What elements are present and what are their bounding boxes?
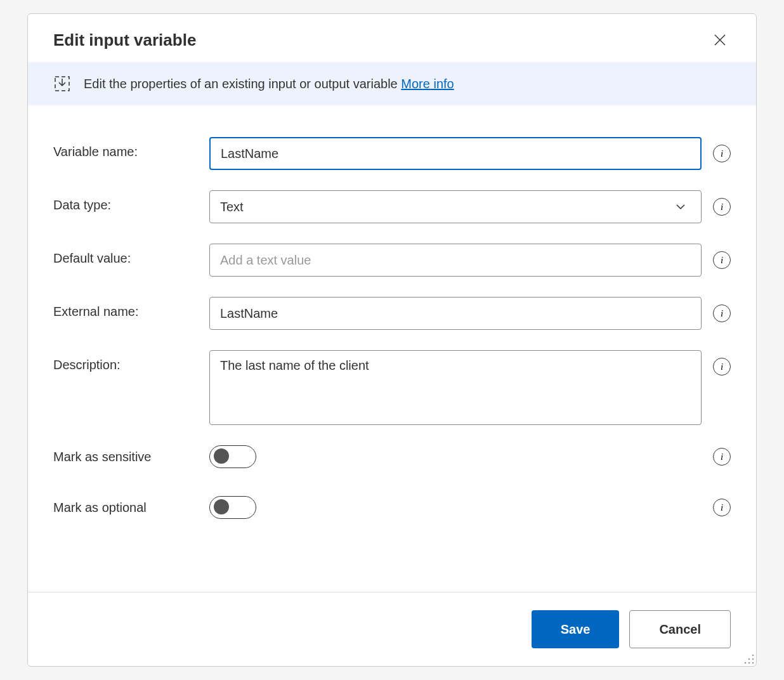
info-description[interactable]: i — [713, 358, 731, 376]
info-default-value[interactable]: i — [713, 251, 731, 269]
output-variable-icon — [53, 75, 71, 93]
description-textarea[interactable]: The last name of the client — [209, 350, 702, 425]
mark-optional-toggle[interactable] — [209, 496, 256, 519]
row-mark-sensitive: Mark as sensitive i — [53, 445, 731, 468]
svg-point-7 — [752, 662, 754, 664]
info-mark-sensitive[interactable]: i — [713, 448, 731, 466]
row-variable-name: Variable name: i — [53, 137, 731, 170]
svg-point-4 — [752, 655, 754, 657]
row-description: Description: The last name of the client… — [53, 350, 731, 425]
form-body: Variable name: i Data type: Text — [28, 105, 756, 592]
info-icon: i — [713, 304, 731, 322]
info-icon: i — [713, 251, 731, 269]
info-banner: Edit the properties of an existing input… — [28, 62, 756, 105]
info-data-type[interactable]: i — [713, 198, 731, 216]
close-icon — [713, 33, 727, 47]
row-default-value: Default value: i — [53, 244, 731, 277]
row-data-type: Data type: Text i — [53, 190, 731, 223]
variable-name-input[interactable] — [209, 137, 702, 170]
label-default-value: Default value: — [53, 244, 209, 266]
dialog-header: Edit input variable — [28, 14, 756, 62]
svg-point-9 — [745, 662, 747, 664]
label-external-name: External name: — [53, 297, 209, 319]
data-type-select[interactable]: Text — [209, 190, 702, 223]
more-info-link[interactable]: More info — [401, 77, 454, 91]
save-button[interactable]: Save — [532, 610, 620, 648]
info-external-name[interactable]: i — [713, 304, 731, 322]
cancel-button[interactable]: Cancel — [629, 610, 731, 648]
info-mark-optional[interactable]: i — [713, 499, 731, 516]
data-type-value: Text — [220, 200, 244, 214]
info-icon: i — [713, 198, 731, 216]
info-variable-name[interactable]: i — [713, 145, 731, 162]
label-mark-optional: Mark as optional — [53, 500, 209, 515]
close-button[interactable] — [709, 29, 731, 51]
chevron-down-icon — [674, 200, 687, 213]
resize-grip-icon[interactable] — [743, 653, 755, 665]
default-value-input[interactable] — [209, 244, 702, 277]
external-name-input[interactable] — [209, 297, 702, 330]
toggle-knob — [214, 499, 229, 514]
edit-variable-dialog: Edit input variable Edit the properties … — [27, 13, 757, 667]
banner-text: Edit the properties of an existing input… — [84, 77, 454, 91]
row-external-name: External name: i — [53, 297, 731, 330]
svg-point-6 — [748, 658, 750, 660]
mark-sensitive-toggle[interactable] — [209, 445, 256, 468]
svg-point-8 — [748, 662, 750, 664]
label-mark-sensitive: Mark as sensitive — [53, 450, 209, 464]
info-icon: i — [713, 448, 731, 466]
dialog-title: Edit input variable — [53, 30, 196, 50]
row-mark-optional: Mark as optional i — [53, 496, 731, 519]
toggle-knob — [214, 448, 229, 464]
svg-point-5 — [752, 658, 754, 660]
label-description: Description: — [53, 350, 209, 372]
info-icon: i — [713, 499, 731, 516]
info-icon: i — [713, 358, 731, 376]
label-variable-name: Variable name: — [53, 137, 209, 159]
dialog-footer: Save Cancel — [28, 592, 756, 666]
label-data-type: Data type: — [53, 190, 209, 213]
info-icon: i — [713, 145, 731, 162]
